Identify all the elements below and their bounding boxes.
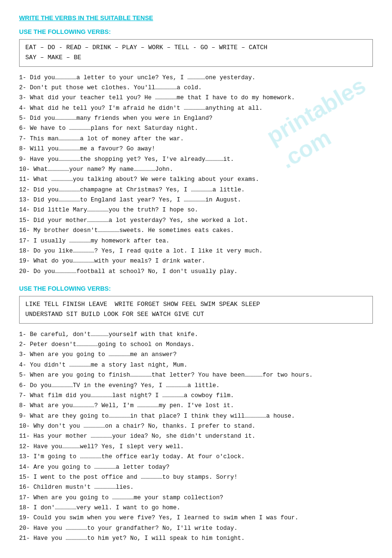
list-item: 1- Did you………………a letter to your uncle? … — [19, 74, 373, 83]
list-item: 10- Why don't you ………………on a chair? No, … — [19, 422, 373, 431]
list-item: 12- Have you……………well? Yes, I slept very… — [19, 442, 373, 452]
list-item: 14- Are you going to ………………a letter toda… — [19, 463, 373, 472]
list-item: 4- What did he tell you? I'm afraid he d… — [19, 104, 373, 113]
list-item: 13- Did you………………to England last year? Y… — [19, 196, 373, 205]
section1-title: USE THE FOLLOWING VERBS: — [19, 28, 373, 35]
list-item: 11- Has your mother ………………your idea? No,… — [19, 432, 373, 441]
list-item: 15- Did your mother………………a lot yesterday… — [19, 216, 373, 225]
list-item: 5- When are you going to finish………………tha… — [19, 371, 373, 380]
list-item: 19- Could you swim when you were five? Y… — [19, 514, 373, 523]
list-item: 16- Children mustn't ………………lies. — [19, 483, 373, 492]
list-item: 12- Did you………………champagne at Christmas?… — [19, 186, 373, 195]
list-item: 15- I went to the post office and ………………… — [19, 473, 373, 482]
section1-verb-box: EAT – DO - READ – DRINK – PLAY – WORK – … — [19, 39, 373, 67]
list-item: 17- I usually ………………my homework after te… — [19, 237, 373, 246]
list-item: 20- Have you ………………to your grandfather? … — [19, 524, 373, 533]
list-item: 4- You didn't ………………me a story last nigh… — [19, 361, 373, 370]
list-item: 2- Don't put those wet clothes. You'll……… — [19, 84, 373, 93]
list-item: 13- I'm going to ………………the office early … — [19, 453, 373, 462]
list-item: 7- What film did you………………last night? I … — [19, 391, 373, 400]
list-item: 3- What did your teacher tell you? He ……… — [19, 94, 373, 103]
list-item: 18- Do you like………………? Yes, I read quite… — [19, 247, 373, 256]
list-item: 2- Peter doesn't………………going to school on… — [19, 340, 373, 349]
list-item: 21- Have you ………………to him yet? No, I wil… — [19, 534, 373, 543]
section1-exercise-list: 1- Did you………………a letter to your uncle? … — [19, 74, 373, 277]
list-item: 9- What are they going to………………in that p… — [19, 412, 373, 421]
list-item: 6- We have to ………………plans for next Satur… — [19, 124, 373, 133]
list-item: 8- Will you………………me a favour? Go away! — [19, 145, 373, 154]
list-item: 14- Did little Mary………………you the truth? … — [19, 206, 373, 215]
list-item: 6- Do you………………TV in the evening? Yes, I… — [19, 381, 373, 390]
list-item: 3- When are you going to ………………me an ans… — [19, 350, 373, 359]
list-item: 8- What are you………………? Well, I'm ………………m… — [19, 401, 373, 411]
list-item: 16- My brother doesn't………………sweets. He s… — [19, 226, 373, 235]
main-title: WRITE THE VERBS IN THE SUITABLE TENSE — [19, 14, 373, 21]
list-item: 10- What………………your name? My name………………Jo… — [19, 165, 373, 174]
list-item: 17- When are you going to ………………me your … — [19, 494, 373, 503]
list-item: 11- What ………………you talking about? We wer… — [19, 175, 373, 184]
list-item: 7- This man………………a lot of money after th… — [19, 135, 373, 144]
section2-verb-box: LIKE TELL FINISH LEAVE WRITE FORGET SHOW… — [19, 296, 373, 324]
section2-exercise-list: 1- Be careful, don't……………yourself with t… — [19, 330, 373, 544]
list-item: 19- What do you………………with your meals? I … — [19, 257, 373, 266]
list-item: 20- Do you………………football at school? No, … — [19, 267, 373, 276]
list-item: 1- Be careful, don't……………yourself with t… — [19, 330, 373, 339]
list-item: 9- Have you………………the shopping yet? Yes, … — [19, 155, 373, 164]
list-item: 5- Did you………………many friends when you we… — [19, 114, 373, 123]
section2-title: USE THE FOLLOWING VERBS: — [19, 285, 373, 292]
list-item: 18- I don'………………very well. I want to go … — [19, 504, 373, 513]
